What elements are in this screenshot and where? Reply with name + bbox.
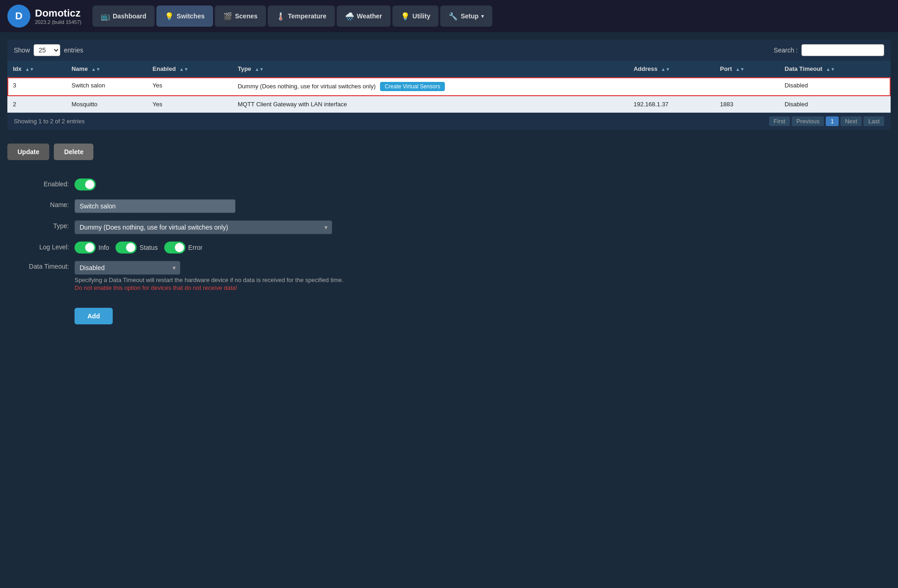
first-page-button[interactable]: First (769, 116, 790, 126)
search-label: Search : (774, 46, 798, 54)
nav-temperature[interactable]: 🌡️ Temperature (268, 6, 335, 27)
action-buttons: Update Delete (7, 139, 891, 169)
log-status-item: Status (115, 242, 158, 254)
port-sort-icon: ▲▼ (736, 67, 745, 72)
table-row[interactable]: 2 Mosquitto Yes MQTT Client Gateway with… (7, 96, 891, 113)
nav-setup[interactable]: 🔧 Setup (440, 6, 492, 27)
row2-address: 192.168.1.37 (628, 96, 714, 113)
enabled-toggle[interactable] (75, 179, 96, 190)
utility-icon: 💡 (401, 12, 410, 21)
logo-text: Domoticz 2023.2 (build 15457) (35, 7, 81, 25)
name-field-area (75, 199, 351, 213)
add-button[interactable]: Add (75, 308, 113, 324)
type-label: Type: (18, 220, 69, 230)
nav-dashboard[interactable]: 📺 Dashboard (92, 6, 155, 27)
idx-sort-icon: ▲▼ (25, 67, 34, 72)
data-timeout-row: Data Timeout: Disabled 5 Minutes 10 Minu… (18, 261, 880, 291)
header: D Domoticz 2023.2 (build 15457) 📺 Dashbo… (0, 0, 898, 32)
log-error-toggle[interactable] (164, 242, 185, 254)
pagination: First Previous 1 Next Last (769, 116, 884, 126)
temperature-icon: 🌡️ (276, 12, 285, 21)
hardware-form: Enabled: Name: Type: Dummy (Does nothing… (7, 169, 891, 338)
type-select[interactable]: Dummy (Does nothing, use for virtual swi… (75, 220, 332, 234)
type-select-area: Dummy (Does nothing, use for virtual swi… (75, 220, 351, 234)
search-input[interactable] (801, 44, 884, 56)
scenes-icon: 🎬 (223, 12, 232, 21)
timeout-select-wrapper: Disabled 5 Minutes 10 Minutes 30 Minutes… (75, 261, 180, 275)
nav-weather[interactable]: 🌧️ Weather (337, 6, 391, 27)
address-sort-icon: ▲▼ (661, 67, 670, 72)
col-address[interactable]: Address ▲▼ (628, 61, 714, 77)
nav-scenes[interactable]: 🎬 Scenes (215, 6, 266, 27)
show-label: Show (14, 46, 30, 54)
timeout-note: Specifying a Data Timeout will restart t… (75, 277, 351, 283)
col-data-timeout[interactable]: Data Timeout ▲▼ (779, 61, 891, 77)
col-name[interactable]: Name ▲▼ (66, 61, 147, 77)
nav-utility[interactable]: 💡 Utility (392, 6, 439, 27)
weather-icon: 🌧️ (345, 12, 354, 21)
entries-suffix: entries (64, 46, 83, 54)
log-status-toggle[interactable] (115, 242, 137, 254)
name-input[interactable] (75, 199, 236, 213)
log-status-label: Status (139, 244, 158, 251)
row2-name: Mosquitto (66, 96, 147, 113)
logo-area: D Domoticz 2023.2 (build 15457) (7, 5, 81, 28)
hardware-table-section: Show 25 50 100 entries Search : Idx ▲▼ (7, 40, 891, 130)
next-page-button[interactable]: Next (840, 116, 862, 126)
data-timeout-label: Data Timeout: (18, 261, 69, 270)
enabled-toggle-area (75, 179, 351, 192)
col-enabled[interactable]: Enabled ▲▼ (147, 61, 232, 77)
row2-type: MQTT Client Gateway with LAN interface (232, 96, 628, 113)
data-timeout-select[interactable]: Disabled 5 Minutes 10 Minutes 30 Minutes… (75, 261, 180, 275)
create-virtual-sensors-button[interactable]: Create Virtual Sensors (380, 82, 445, 91)
entries-per-page-select[interactable]: 25 50 100 (34, 44, 60, 56)
row1-name: Switch salon (66, 77, 147, 96)
row1-timeout: Disabled (779, 77, 891, 96)
row1-enabled: Yes (147, 77, 232, 96)
update-button[interactable]: Update (7, 144, 49, 160)
setup-icon: 🔧 (449, 12, 458, 21)
last-page-button[interactable]: Last (863, 116, 884, 126)
log-level-row: Log Level: Info Status Error (18, 242, 880, 254)
table-controls: Show 25 50 100 entries Search : (7, 40, 891, 61)
main-content: Show 25 50 100 entries Search : Idx ▲▼ (0, 32, 898, 346)
col-type[interactable]: Type ▲▼ (232, 61, 628, 77)
log-info-toggle[interactable] (75, 242, 96, 254)
nav-switches[interactable]: 💡 Switches (156, 6, 213, 27)
log-info-item: Info (75, 242, 109, 254)
log-level-area: Info Status Error (75, 242, 351, 254)
showing-entries-text: Showing 1 to 2 of 2 entries (14, 118, 85, 125)
log-error-item: Error (164, 242, 202, 254)
table-row[interactable]: 3 Switch salon Yes Dummy (Does nothing, … (7, 77, 891, 96)
row2-idx: 2 (7, 96, 66, 113)
log-level-label: Log Level: (18, 242, 69, 251)
hardware-table: Idx ▲▼ Name ▲▼ Enabled ▲▼ Type ▲▼ (7, 61, 891, 113)
table-footer: Showing 1 to 2 of 2 entries First Previo… (7, 113, 891, 130)
type-sort-icon: ▲▼ (255, 67, 264, 72)
name-label: Name: (18, 199, 69, 208)
table-header-row: Idx ▲▼ Name ▲▼ Enabled ▲▼ Type ▲▼ (7, 61, 891, 77)
search-area: Search : (774, 44, 884, 56)
timeout-sort-icon: ▲▼ (826, 67, 835, 72)
switches-icon: 💡 (165, 12, 174, 21)
col-port[interactable]: Port ▲▼ (714, 61, 779, 77)
app-name: Domoticz (35, 7, 81, 19)
row1-idx: 3 (7, 77, 66, 96)
name-row: Name: (18, 199, 880, 213)
enabled-row: Enabled: (18, 179, 880, 192)
log-info-label: Info (98, 244, 109, 251)
log-error-label: Error (188, 244, 202, 251)
enabled-label: Enabled: (18, 179, 69, 188)
type-select-wrapper: Dummy (Does nothing, use for virtual swi… (75, 220, 332, 234)
previous-page-button[interactable]: Previous (792, 116, 824, 126)
page-number-button[interactable]: 1 (826, 116, 838, 126)
row2-enabled: Yes (147, 96, 232, 113)
col-idx[interactable]: Idx ▲▼ (7, 61, 66, 77)
type-row: Type: Dummy (Does nothing, use for virtu… (18, 220, 880, 234)
show-entries-control: Show 25 50 100 entries (14, 44, 83, 56)
delete-button[interactable]: Delete (54, 144, 93, 160)
timeout-warning: Do not enable this option for devices th… (75, 284, 351, 291)
row1-port (714, 77, 779, 96)
logo-icon: D (7, 5, 30, 28)
dashboard-icon: 📺 (101, 12, 110, 21)
